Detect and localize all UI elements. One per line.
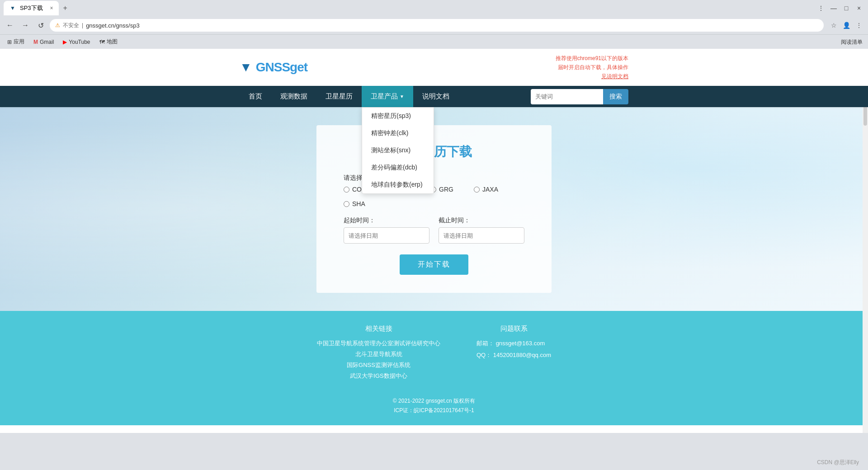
footer-copyright: © 2021-2022 gnssget.cn 版权所有 xyxy=(0,397,868,405)
maps-icon: 🗺 xyxy=(99,39,105,45)
search-input[interactable] xyxy=(531,89,603,104)
radio-sha-label: SHA xyxy=(352,200,365,207)
footer-link-1[interactable]: 北斗卫星导航系统 xyxy=(355,351,402,357)
start-date-field: 起始时间： xyxy=(344,216,429,244)
footer-bottom: © 2021-2022 gnssget.cn 版权所有 ICP证：皖ICP备20… xyxy=(0,392,868,414)
tab-favicon: ▼ xyxy=(9,5,16,12)
footer-link-3[interactable]: 武汉大学IGS数据中心 xyxy=(350,372,407,379)
bookmark-maps-label: 地图 xyxy=(107,38,118,46)
radio-grg[interactable]: GRG xyxy=(430,186,467,193)
footer-qq: QQ： 1452001880@qq.com xyxy=(476,351,551,359)
bookmark-youtube[interactable]: ▶ YouTube xyxy=(61,38,92,46)
reload-button[interactable]: ↺ xyxy=(34,19,47,32)
radio-jaxa[interactable]: JAXA xyxy=(474,186,510,193)
bookmarks-bar: ⊞ 应用 M Gmail ▶ YouTube 🗺 地图 阅读清单 xyxy=(0,34,868,49)
nav-ephemeris[interactable]: 卫星星历 xyxy=(316,86,362,107)
nav-home[interactable]: 首页 xyxy=(240,86,271,107)
start-date-label: 起始时间： xyxy=(344,216,429,225)
end-date-field: 截止时间： xyxy=(439,216,524,244)
tab-bar: ▼ SP3下载 × + ⋮ — □ × xyxy=(0,0,868,16)
apps-icon: ⊞ xyxy=(7,39,12,45)
csdn-watermark: CSDN @思泽Elly xyxy=(817,459,859,466)
security-label: 不安全 xyxy=(63,22,79,29)
footer-contact-title: 问题联系 xyxy=(476,324,551,333)
address-bar[interactable]: ⚠ 不安全 | gnssget.cn/gnss/sp3 xyxy=(50,19,824,32)
dropdown-sp3[interactable]: 精密星历(sp3) xyxy=(362,108,434,125)
site-header-notice: 推荐使用chrome91以下的版本 届时开启自动下载，具体操作 见说明文档 xyxy=(556,54,628,80)
site-main: 精密星历下载 请选择研究机构： CODE GFZ xyxy=(0,107,868,311)
bookmark-apps[interactable]: ⊞ 应用 xyxy=(5,37,26,47)
footer-link-0[interactable]: 中国卫星导航系统管理办公室测试评估研究中心 xyxy=(317,340,440,347)
site-logo: ▼ GNSSget xyxy=(240,60,307,75)
footer-email: 邮箱： gnssget@163.com xyxy=(476,339,551,348)
notice-link[interactable]: 见说明文档 xyxy=(601,72,628,80)
address-bar-row: ← → ↺ ⚠ 不安全 | gnssget.cn/gnss/sp3 ☆ 👤 ⋮ xyxy=(0,16,868,34)
nav-products[interactable]: 卫星产品 ▼ xyxy=(362,86,413,107)
date-row: 起始时间： 截止时间： xyxy=(344,216,524,244)
security-icon: ⚠ xyxy=(55,22,60,28)
footer-link-2[interactable]: 国际GNSS监测评估系统 xyxy=(347,362,410,368)
nav-docs[interactable]: 说明文档 xyxy=(413,86,458,107)
radio-jaxa-label: JAXA xyxy=(482,186,498,193)
site-nav: 首页 观测数据 卫星星历 卫星产品 ▼ 精密星历(sp3) 精密钟差(clk) xyxy=(0,86,868,107)
radio-jaxa-input[interactable] xyxy=(474,187,480,193)
bookmark-youtube-label: YouTube xyxy=(69,39,90,45)
footer-icp: ICP证：皖ICP备20210176​47号-1 xyxy=(0,407,868,414)
browser-right-icons: ☆ 👤 ⋮ xyxy=(828,20,864,31)
download-button[interactable]: 开始下载 xyxy=(400,254,468,275)
scrollbar[interactable] xyxy=(863,98,868,433)
read-list-button[interactable]: 阅读清单 xyxy=(841,38,863,46)
start-date-input[interactable] xyxy=(344,227,429,244)
footer-links-list: 中国卫星导航系统管理办公室测试评估研究中心 北斗卫星导航系统 国际GNSS监测评… xyxy=(317,339,440,380)
website: ▼ GNSSget 推荐使用chrome91以下的版本 届时开启自动下载，具体操… xyxy=(0,49,868,433)
profile-button[interactable]: 👤 xyxy=(841,20,852,31)
new-tab-button[interactable]: + xyxy=(61,4,70,12)
url-separator: | xyxy=(82,22,83,28)
footer-links-title: 相关链接 xyxy=(317,324,440,333)
dropdown-snx[interactable]: 测站坐标(snx) xyxy=(362,142,434,159)
dropdown-erp[interactable]: 地球自转参数(erp) xyxy=(362,176,434,193)
forward-button[interactable]: → xyxy=(19,19,32,32)
dropdown-dcb[interactable]: 差分码偏差(dcb) xyxy=(362,159,434,176)
url-text: gnssget.cn/gnss/sp3 xyxy=(86,22,140,29)
bookmark-apps-label: 应用 xyxy=(14,38,24,46)
products-dropdown-menu: 精密星历(sp3) 精密钟差(clk) 测站坐标(snx) 差分码偏差(dcb)… xyxy=(362,107,434,194)
site-footer: 相关链接 中国卫星导航系统管理办公室测试评估研究中心 北斗卫星导航系统 国际GN… xyxy=(0,311,868,425)
browser-window: ▼ SP3下载 × + ⋮ — □ × ← → ↺ ⚠ 不安全 | gnssge… xyxy=(0,0,868,470)
search-button[interactable]: 搜索 xyxy=(603,89,628,104)
footer-links-col: 相关链接 中国卫星导航系统管理办公室测试评估研究中心 北斗卫星导航系统 国际GN… xyxy=(317,324,440,383)
radio-grg-label: GRG xyxy=(439,186,453,193)
radio-sha-input[interactable] xyxy=(344,201,349,207)
tab-title: SP3下载 xyxy=(20,4,43,12)
bookmark-maps[interactable]: 🗺 地图 xyxy=(98,37,119,47)
dropdown-arrow-icon: ▼ xyxy=(400,94,404,99)
end-date-input[interactable] xyxy=(439,227,524,244)
gmail-icon: M xyxy=(33,39,38,45)
youtube-icon: ▶ xyxy=(63,39,67,45)
minimize-button[interactable]: — xyxy=(828,3,839,14)
star-button[interactable]: ☆ xyxy=(828,20,839,31)
active-tab[interactable]: ▼ SP3下载 × xyxy=(4,1,59,15)
restore-button[interactable]: □ xyxy=(841,3,852,14)
footer-contact-col: 问题联系 邮箱： gnssget@163.com QQ： 1452001880@… xyxy=(476,324,551,383)
notice-line1: 推荐使用chrome91以下的版本 xyxy=(556,54,628,62)
logo-text: GNSSget xyxy=(256,60,307,75)
nav-observation[interactable]: 观测数据 xyxy=(271,86,316,107)
dropdown-clk[interactable]: 精密钟差(clk) xyxy=(362,125,434,142)
radio-sha[interactable]: SHA xyxy=(344,200,380,207)
close-window-button[interactable]: × xyxy=(854,3,864,14)
back-button[interactable]: ← xyxy=(4,19,16,32)
end-date-label: 截止时间： xyxy=(439,216,524,225)
browser-content: ▼ GNSSget 推荐使用chrome91以下的版本 届时开启自动下载，具体操… xyxy=(0,49,868,433)
site-header: ▼ GNSSget 推荐使用chrome91以下的版本 届时开启自动下载，具体操… xyxy=(0,49,868,107)
settings-button[interactable]: ⋮ xyxy=(816,3,826,14)
window-controls: ⋮ — □ × xyxy=(816,3,864,14)
bookmark-gmail[interactable]: M Gmail xyxy=(32,38,56,46)
notice-line2: 届时开启自动下载，具体操作 xyxy=(558,63,628,71)
bookmark-gmail-label: Gmail xyxy=(40,39,54,45)
tab-close-button[interactable]: × xyxy=(50,5,53,11)
nav-search: 搜索 xyxy=(531,89,628,104)
radio-code-input[interactable] xyxy=(344,187,349,193)
nav-products-dropdown[interactable]: 卫星产品 ▼ 精密星历(sp3) 精密钟差(clk) 测站坐标(snx) 差分码… xyxy=(362,86,413,107)
menu-button[interactable]: ⋮ xyxy=(854,20,864,31)
